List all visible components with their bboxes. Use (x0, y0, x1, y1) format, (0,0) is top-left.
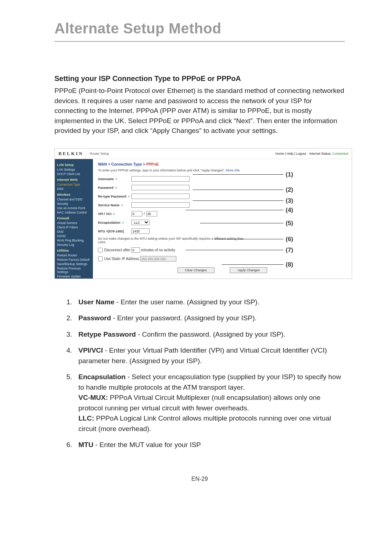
definition-term: Password (78, 314, 111, 322)
sidebar-item[interactable]: Restart Router (57, 253, 91, 257)
definition-text: - Enter the MUT value for your ISP (93, 441, 201, 449)
breadcrumb-sep: > (143, 162, 145, 166)
definition-text: - Confirm the password. (Assigned by you… (136, 330, 285, 338)
sidebar-heading: Utilities (57, 249, 91, 252)
sidebar-item[interactable]: Connection Type (57, 182, 91, 187)
definition-item: Password - Enter your password. (Assigne… (74, 313, 345, 324)
service-name-input[interactable] (131, 202, 189, 208)
disconnect-checkbox[interactable] (98, 248, 103, 252)
disconnect-suffix: minutes of no activity. (141, 248, 176, 252)
breadcrumb-conntype[interactable]: Connection Type (111, 162, 142, 166)
static-ip-checkbox[interactable] (98, 256, 103, 261)
definition-item: Encapsulation - Select your encapsulatio… (74, 372, 345, 434)
definition-text: - Enter your password. (Assigned by your… (111, 314, 257, 322)
definition-term: VPI/VCI (78, 346, 103, 354)
definitions-list: User Name - Enter the user name. (Assign… (54, 297, 345, 450)
disconnect-minutes-input[interactable] (131, 247, 140, 253)
header-subtitle: Router Setup (90, 152, 109, 155)
callout-1: (1) (286, 171, 293, 178)
sidebar-item[interactable]: DHCP Client List (57, 172, 91, 176)
disconnect-label: Disconnect after (104, 248, 130, 252)
static-ip-label: Use Static IP Address (104, 257, 139, 261)
sidebar-item[interactable]: DMZ (57, 230, 91, 234)
clear-changes-button[interactable]: Clear Changes (177, 267, 215, 273)
sidebar-item[interactable]: Security (57, 202, 91, 206)
divider (54, 41, 345, 42)
router-screenshot: BELKIN Router Setup Home | Help | Logout… (54, 148, 352, 279)
definition-term: Encapsulation (78, 373, 126, 381)
definition-text: - Enter your Virtual Path Identifier (VP… (78, 346, 327, 365)
sidebar-item[interactable]: DDNS (57, 234, 91, 238)
section-heading: Setting your ISP Connection Type to PPPo… (54, 74, 345, 83)
definition-term: MTU (78, 441, 93, 449)
password-input[interactable] (131, 185, 189, 190)
definition-item: VPI/VCI - Enter your Virtual Path Identi… (74, 345, 345, 366)
callout-8: (8) (286, 261, 293, 268)
sidebar-heading: Firewall (57, 216, 91, 220)
sidebar: LAN SetupLAN SettingsDHCP Client ListInt… (55, 159, 93, 279)
status-label: Internet Status: (309, 152, 331, 155)
label-vpi-vci: VPI / VCI > (98, 212, 131, 216)
label-service-name: Service Name > (98, 203, 131, 207)
sidebar-item[interactable]: Restore Factory Default (57, 257, 91, 262)
vci-input[interactable] (146, 211, 157, 216)
definition-text: - Enter the user name. (Assigned by your… (114, 298, 259, 306)
definition-term: User Name (78, 298, 114, 306)
definition-sub-text: PPPoA Virtual Circuit Multiplexer (null … (78, 394, 320, 412)
sidebar-item[interactable]: Restore Previous Settings (57, 266, 91, 274)
callout-4: (4) (286, 207, 293, 214)
breadcrumb-wan[interactable]: WAN (98, 162, 107, 166)
link-help[interactable]: Help (287, 152, 294, 155)
breadcrumb-sep: > (108, 162, 110, 166)
sidebar-item[interactable]: Virtual Servers (57, 221, 91, 225)
sidebar-item[interactable]: WAN Ping Blocking (57, 238, 91, 243)
callout-3: (3) (286, 197, 293, 204)
label-password: Password > (98, 186, 131, 190)
definition-sub-bold: LLC: (78, 414, 94, 422)
sidebar-item[interactable]: Firmware Update (57, 274, 91, 279)
definition-item: Retype Password - Confirm the password. … (74, 329, 345, 340)
callout-5: (5) (286, 220, 293, 227)
screenshot-header: BELKIN Router Setup Home | Help | Logout… (55, 149, 352, 159)
section-text: PPPoE (Point-to-Point Protocol over Ethe… (54, 86, 345, 136)
label-encapsulation: Encapsulation > (98, 221, 131, 224)
definition-term: Retype Password (78, 330, 136, 338)
username-input[interactable] (131, 176, 189, 182)
page-title: Alternate Setup Method (54, 20, 345, 37)
label-mtu: MTU >[576-1492] (98, 230, 131, 233)
mtu-input[interactable] (131, 228, 150, 234)
definition-item: MTU - Enter the MUT value for your ISP (74, 440, 345, 450)
sidebar-heading: LAN Setup (57, 163, 91, 167)
sidebar-item[interactable]: Save/Backup Settings (57, 262, 91, 266)
sidebar-item[interactable]: DNS (57, 187, 91, 191)
breadcrumb: WAN > Connection Type > PPPoE (98, 162, 347, 166)
sidebar-item[interactable]: Client IP Filters (57, 225, 91, 230)
status-value: Connected (332, 152, 348, 155)
definition-sub-bold: VC-MUX: (78, 394, 108, 401)
encapsulation-select[interactable]: LLC (131, 220, 150, 225)
definition-sub-text: PPPoA Logical Link Control allows multip… (78, 414, 331, 433)
retype-password-input[interactable] (131, 194, 189, 199)
sidebar-heading: Internet WAN (57, 178, 91, 182)
callout-2: (2) (286, 186, 293, 194)
label-retype-password: Re-type Password > (98, 195, 131, 198)
sidebar-item[interactable]: Use as Access Point (57, 206, 91, 210)
definition-subline: VC-MUX: PPPoA Virtual Circuit Multiplexe… (78, 393, 345, 413)
definition-subline: LLC: PPPoA Logical Link Control allows m… (78, 413, 345, 434)
link-home[interactable]: Home (275, 152, 284, 155)
brand-logo: BELKIN (58, 151, 83, 157)
sidebar-item[interactable]: Security Log (57, 243, 91, 247)
sidebar-item[interactable]: MAC Address Control (57, 210, 91, 215)
vpi-vci-slash: / (144, 212, 145, 216)
callout-7: (7) (286, 247, 293, 254)
sidebar-item[interactable]: Channel and SSID (57, 197, 91, 202)
vpi-input[interactable] (131, 211, 142, 216)
definition-item: User Name - Enter the user name. (Assign… (74, 297, 345, 308)
breadcrumb-pppoe: PPPoE (146, 162, 159, 166)
sidebar-item[interactable]: System Settings (57, 279, 91, 279)
sidebar-heading: Wireless (57, 193, 91, 196)
sidebar-item[interactable]: LAN Settings (57, 167, 91, 172)
link-logout[interactable]: Logout (296, 152, 306, 155)
label-username: Username > (98, 177, 131, 181)
page-number: EN-29 (54, 476, 345, 482)
